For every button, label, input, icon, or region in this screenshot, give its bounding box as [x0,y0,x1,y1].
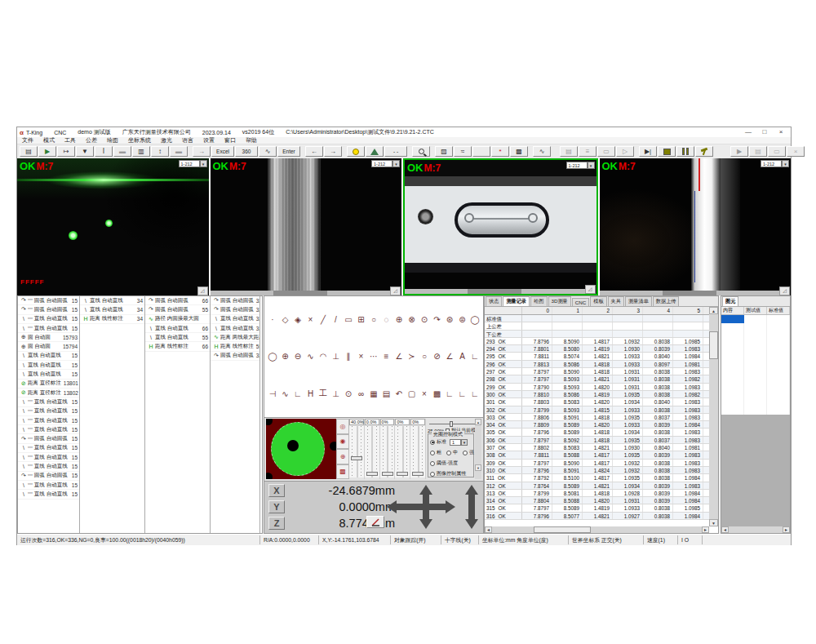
toolbar-arrow-left-button[interactable]: ← [305,146,323,157]
camera-range-dropdown[interactable]: 1-212▾ [179,160,207,167]
list-item[interactable]: \直线 自动直线32 [211,315,259,324]
light-selector-3-icon[interactable]: ▩ [336,464,349,480]
slider-thumb[interactable] [366,472,378,476]
tab-7[interactable]: 测量清单 [625,296,652,306]
slider-track[interactable] [410,426,425,477]
list-item[interactable]: ↷***圆弧 自动圆弧15 [18,434,79,443]
table-row[interactable]: 309OK7.87978.50901.48171.09320.80381.098… [485,460,709,467]
table-row[interactable]: 295OK7.88118.50741.48211.09330.80401.098… [485,353,709,360]
hscroll-thumb[interactable] [534,526,591,533]
list-item[interactable]: ↷圆弧 自动圆弧55 [145,305,210,314]
toolbar-turn-360-button[interactable]: 360 [235,146,258,157]
list-item[interactable]: ⊘距离 直径标注13801 [18,380,79,389]
list-item[interactable]: \直线 自动直线34 [80,296,144,305]
camera-range-dropdown[interactable]: 1-212▾ [371,160,400,167]
tool-icon[interactable]: ⊖ [293,352,303,362]
table-row[interactable]: 314OK7.88048.50881.48201.09310.80391.098… [485,497,709,504]
dropdown-arrow-icon[interactable]: ▾ [782,160,789,167]
tool-icon[interactable]: ⊘ [432,352,442,362]
table-row[interactable]: 298OK7.87978.50931.48211.09310.80381.098… [485,375,709,383]
tool-icon[interactable]: ∿ [281,389,290,398]
menu-item-1[interactable]: 模式 [38,136,60,144]
camera-hscrollbar[interactable] [405,289,585,294]
ring-light-circle[interactable] [271,422,325,476]
list-item[interactable]: ⊕圆 自动圆15793 [18,333,79,342]
list-item[interactable]: \***直线 自动直线15 [18,481,79,490]
radio-standard[interactable] [430,440,435,445]
tool-icon[interactable]: A [458,352,468,362]
toolbar-laser-wave-button[interactable]: ≈ [454,146,472,157]
list-item[interactable]: \***直线 自动直线15 [18,425,79,434]
menu-item-5[interactable]: 坐标系统 [123,136,156,144]
tool-icon[interactable]: ◇ [281,315,290,325]
menu-item-10[interactable]: 帮助 [241,136,262,144]
toolbar-save-run-button[interactable]: ▤ [560,146,578,157]
list-item[interactable]: \直线 自动直线66 [145,324,210,333]
list-item[interactable]: \***直线 自动直线15 [18,315,79,324]
table-row[interactable]: 302OK7.87998.50931.48151.09330.80381.098… [485,406,709,414]
toolbar-edge-button[interactable]: Ⅰ [95,146,113,157]
list-item[interactable]: ∿距离 两线最大距离55 [211,333,259,342]
toolbar-step-button[interactable]: → [193,146,211,157]
list-item[interactable]: ⊘距离 直径标注13802 [18,389,79,398]
toolbar-open-2-button[interactable]: ▭ [768,146,786,157]
camera-hscrollbar[interactable] [600,291,780,295]
camera-view-3[interactable]: OKM:7 1-212▾ ◿ [403,158,598,295]
toolbar-new-button[interactable]: ▤ [20,146,38,157]
tool-icon[interactable]: ◌ [382,315,392,325]
standard-dropdown[interactable]: 1▾ [450,439,468,446]
slider-track[interactable] [349,426,364,477]
table-row[interactable]: 294OK7.88018.50801.48191.09300.80391.098… [485,345,709,353]
menu-item-2[interactable]: 工具 [60,136,81,144]
tool-icon[interactable]: · [268,315,277,325]
tool-icon[interactable]: ⊕ [394,315,404,325]
dropdown-arrow-icon[interactable]: ▾ [392,160,400,167]
toolbar-setup-run-button[interactable] [695,146,713,157]
dropdown-arrow-icon[interactable]: ▾ [588,162,595,169]
radio-strong[interactable] [463,451,468,455]
dropdown-arrow-icon[interactable]: ▾ [461,439,468,446]
tool-icon[interactable]: ∥ [344,352,353,362]
toolbar-gray-1-button[interactable]: ▬ [113,146,131,157]
tool-icon[interactable]: ◯ [470,315,480,325]
table-row[interactable]: 301OK7.88038.50831.48201.09340.80401.098… [485,398,709,406]
slider-thumb[interactable] [412,472,424,476]
tool-icon[interactable]: 工 [318,389,328,398]
list-item[interactable]: \***直线 自动直线15 [18,416,79,425]
jog-arrows-icon[interactable] [387,483,483,531]
list-item[interactable]: ↷圆弧 自动圆弧32 [211,352,259,361]
toolbar-open-part-button[interactable]: ▶ [38,146,56,157]
dropdown-arrow-icon[interactable]: ▾ [200,160,207,167]
light-selector-0-icon[interactable]: ◎ [336,419,349,434]
toolbar-save-2-button[interactable]: ▤ [749,146,767,157]
table-row[interactable]: 310OK7.87968.50911.48241.09320.80381.098… [485,467,709,474]
table-special-row[interactable]: 上公差 [485,322,709,330]
close-button[interactable]: × [774,128,787,136]
jog-controls[interactable] [387,483,483,531]
tool-icon[interactable]: × [306,315,316,325]
tool-icon[interactable]: ∟ [470,389,480,398]
tool-icon[interactable]: ⊞ [357,315,366,325]
toolbar-minus-minus-button[interactable]: - - [384,146,407,157]
camera-corner-icon[interactable]: ◿ [585,285,596,294]
camera-range-dropdown[interactable]: 1-212▾ [761,160,789,167]
toolbar-zoom-button[interactable] [412,146,430,157]
slider-thumb[interactable] [382,472,393,476]
tool-icon[interactable]: ⊥ [331,352,341,362]
camera-view-2[interactable]: OKM:7 1-212▾ ◿ [211,158,402,295]
list-item[interactable]: ↷圆弧 自动圆弧32 [211,296,259,305]
toolbar-chart-button[interactable]: ∿ [533,146,551,157]
light-slider-0[interactable]: 40.0% [349,419,365,479]
toolbar-enter-button[interactable]: Enter [277,146,300,157]
list-item[interactable]: ↷圆弧 自动圆弧66 [145,296,210,305]
menu-item-7[interactable]: 语言 [177,136,198,144]
toolbar-updown-button[interactable]: ↕ [151,146,169,157]
menu-item-4[interactable]: 绘图 [102,136,123,144]
toolbar-play-2-button[interactable]: ▶ [730,146,748,157]
list-item[interactable]: \直线 自动直线15 [18,352,79,361]
toolbar-blank-button[interactable] [472,146,490,157]
radio-image-props[interactable] [430,472,435,477]
light-slider-2[interactable]: 0% [380,419,396,479]
slider-thumb[interactable] [397,472,408,476]
tab-0[interactable]: 状态 [486,296,502,306]
